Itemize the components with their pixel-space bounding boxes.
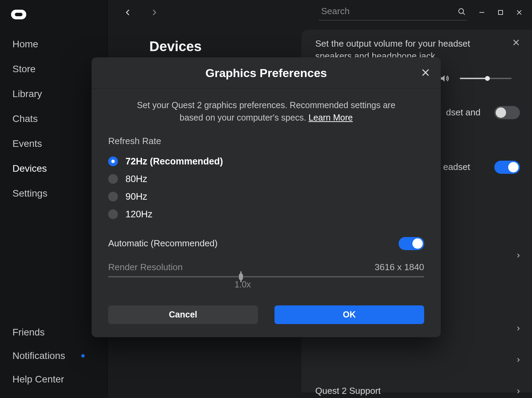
refresh-option-120[interactable]: 120Hz [108, 206, 424, 223]
radio-icon [108, 174, 118, 184]
radio-label: 80Hz [125, 174, 147, 184]
radio-icon [108, 157, 118, 166]
sidebar-item-label: Friends [12, 327, 45, 338]
modal-title: Graphics Preferences [99, 66, 434, 80]
slider-value-label: 1.0x [235, 279, 424, 290]
modal-description: Set your Quest 2 graphics preferences. R… [130, 99, 403, 124]
refresh-option-90[interactable]: 90Hz [108, 188, 424, 206]
sidebar-item-home[interactable]: Home [0, 32, 108, 57]
refresh-rate-label: Refresh Rate [108, 136, 424, 146]
radio-label: 90Hz [125, 191, 147, 202]
automatic-label: Automatic (Recommended) [108, 238, 217, 249]
refresh-option-72[interactable]: 72Hz (Recommended) [108, 153, 424, 170]
oculus-logo-icon [11, 10, 26, 19]
radio-icon [108, 209, 118, 219]
render-resolution-label: Render Resolution [108, 262, 183, 273]
sidebar-item-label: Notifications [12, 350, 65, 361]
graphics-preferences-modal: Graphics Preferences Set your Quest 2 gr… [92, 57, 441, 337]
radio-icon [108, 192, 118, 201]
sidebar-item-notifications[interactable]: Notifications [0, 344, 108, 368]
automatic-toggle[interactable] [399, 237, 424, 250]
refresh-option-80[interactable]: 80Hz [108, 170, 424, 188]
logo-wrap [0, 4, 108, 25]
render-resolution-value: 3616 x 1840 [375, 262, 424, 273]
sidebar-item-help-center[interactable]: Help Center [0, 368, 108, 391]
modal-close-button[interactable] [419, 66, 432, 79]
learn-more-link[interactable]: Learn More [309, 113, 353, 122]
notification-dot-icon [81, 354, 85, 358]
sidebar-item-label: Help Center [12, 374, 64, 385]
radio-label: 120Hz [125, 209, 152, 220]
cancel-button[interactable]: Cancel [108, 305, 258, 324]
ok-button[interactable]: OK [274, 305, 424, 324]
radio-label: 72Hz (Recommended) [125, 156, 223, 167]
render-resolution-slider[interactable]: 1.0x [108, 276, 424, 290]
